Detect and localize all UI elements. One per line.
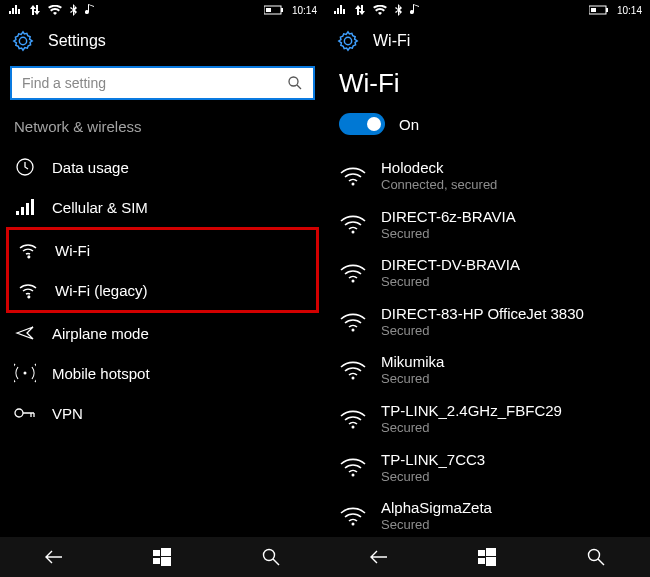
svg-rect-7 [21, 207, 24, 215]
battery-icon [589, 5, 609, 15]
svg-rect-1 [281, 8, 283, 12]
title-row: Wi-Fi [325, 20, 650, 62]
svg-point-16 [263, 550, 274, 561]
setting-label: Wi-Fi (legacy) [55, 282, 148, 299]
svg-point-25 [352, 377, 355, 380]
wifi-secure-icon [339, 210, 367, 238]
nav-bar [0, 537, 325, 577]
signal-icon [8, 5, 22, 15]
wifi-secure-icon [339, 405, 367, 433]
wifi-toggle[interactable] [339, 113, 385, 135]
wifi-secure-icon [339, 453, 367, 481]
network-item[interactable]: TP-LINK_2.4GHz_FBFC29Secured [325, 394, 650, 443]
clock-icon [14, 156, 36, 178]
network-name: DIRECT-83-HP OfficeJet 3830 [381, 305, 584, 323]
svg-rect-15 [161, 557, 171, 566]
network-item[interactable]: HolodeckConnected, secured [325, 151, 650, 200]
network-item[interactable]: DIRECT-83-HP OfficeJet 3830Secured [325, 297, 650, 346]
network-status: Secured [381, 517, 492, 533]
wifi-status-icon [48, 5, 62, 15]
wifi-icon [17, 239, 39, 261]
settings-pane: 10:14 Settings Find a setting Network & … [0, 0, 325, 577]
svg-rect-9 [31, 199, 34, 215]
network-list: HolodeckConnected, secured DIRECT-6z-BRA… [325, 149, 650, 542]
svg-point-21 [352, 182, 355, 185]
wifi-toggle-label: On [399, 116, 419, 133]
network-status: Secured [381, 469, 485, 485]
setting-label: Data usage [52, 159, 129, 176]
svg-rect-29 [478, 550, 485, 556]
back-button[interactable] [32, 537, 76, 577]
section-label: Network & wireless [0, 114, 325, 147]
bluetooth-icon [70, 4, 77, 16]
setting-vpn[interactable]: VPN [0, 393, 325, 433]
svg-point-11 [15, 409, 23, 417]
network-item[interactable]: DIRECT-6z-BRAVIASecured [325, 200, 650, 249]
svg-point-10 [24, 372, 27, 375]
setting-label: VPN [52, 405, 83, 422]
svg-rect-13 [161, 548, 171, 556]
data-icon [355, 5, 365, 15]
search-placeholder: Find a setting [22, 75, 287, 91]
svg-point-27 [352, 474, 355, 477]
search-input[interactable]: Find a setting [10, 66, 315, 100]
svg-rect-20 [591, 8, 596, 12]
setting-label: Cellular & SIM [52, 199, 148, 216]
network-item[interactable]: MikumikaSecured [325, 345, 650, 394]
setting-cellular-sim[interactable]: Cellular & SIM [0, 187, 325, 227]
status-bar: 10:14 [325, 0, 650, 20]
network-status: Secured [381, 226, 516, 242]
highlight-box: Wi-Fi Wi-Fi (legacy) [6, 227, 319, 313]
network-item[interactable]: AlphaSigmaZetaSecured [325, 491, 650, 540]
svg-rect-19 [606, 8, 608, 12]
svg-point-33 [588, 550, 599, 561]
search-button[interactable] [574, 537, 618, 577]
svg-rect-12 [153, 550, 160, 556]
svg-rect-6 [16, 211, 19, 215]
vpn-icon [14, 402, 36, 424]
gear-icon [12, 30, 34, 52]
signal-icon [333, 5, 347, 15]
network-name: TP-LINK_7CC3 [381, 451, 485, 469]
setting-data-usage[interactable]: Data usage [0, 147, 325, 187]
network-status: Secured [381, 420, 562, 436]
start-button[interactable] [465, 537, 509, 577]
setting-label: Mobile hotspot [52, 365, 150, 382]
clock-text: 10:14 [617, 5, 642, 16]
network-name: Mikumika [381, 353, 444, 371]
wifi-pane: 10:14 Wi-Fi Wi-Fi On HolodeckConnected, … [325, 0, 650, 577]
network-name: DIRECT-DV-BRAVIA [381, 256, 520, 274]
status-bar: 10:14 [0, 0, 325, 20]
network-status: Secured [381, 371, 444, 387]
svg-point-3 [289, 77, 298, 86]
setting-mobile-hotspot[interactable]: Mobile hotspot [0, 353, 325, 393]
airplane-icon [14, 322, 36, 344]
setting-airplane-mode[interactable]: Airplane mode [0, 313, 325, 353]
back-button[interactable] [357, 537, 401, 577]
wifi-secure-icon [339, 162, 367, 190]
setting-wifi[interactable]: Wi-Fi [9, 230, 316, 270]
data-icon [30, 5, 40, 15]
svg-rect-31 [478, 558, 485, 564]
music-icon [410, 4, 419, 16]
battery-icon [264, 5, 284, 15]
network-item[interactable]: DIRECT-DV-BRAVIASecured [325, 248, 650, 297]
page-title: Settings [48, 32, 106, 50]
network-item[interactable]: TP-LINK_7CC3Secured [325, 443, 650, 492]
svg-point-22 [352, 231, 355, 234]
network-status: Connected, secured [381, 177, 497, 193]
svg-point-28 [352, 522, 355, 525]
search-button[interactable] [249, 537, 293, 577]
network-name: TP-LINK_2.4GHz_FBFC29 [381, 402, 562, 420]
setting-label: Wi-Fi [55, 242, 90, 259]
svg-rect-2 [266, 8, 271, 12]
setting-label: Airplane mode [52, 325, 149, 342]
svg-rect-30 [486, 548, 496, 556]
wifi-toggle-row: On [325, 113, 650, 149]
gear-icon [337, 30, 359, 52]
bluetooth-icon [395, 4, 402, 16]
setting-wifi-legacy[interactable]: Wi-Fi (legacy) [9, 270, 316, 310]
wifi-icon [17, 279, 39, 301]
network-name: AlphaSigmaZeta [381, 499, 492, 517]
start-button[interactable] [140, 537, 184, 577]
